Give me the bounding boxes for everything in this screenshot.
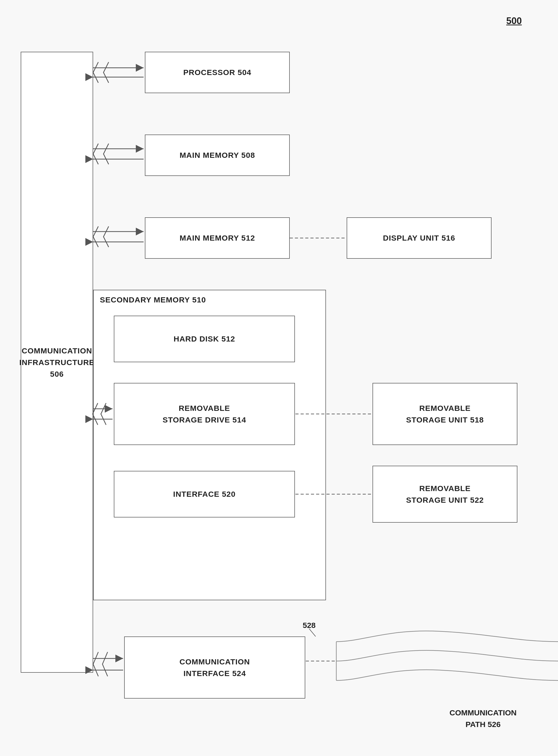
removable-storage-522-box: REMOVABLESTORAGE UNIT 522 (373, 466, 517, 523)
display-unit-box: DISPLAY UNIT 516 (347, 217, 491, 259)
comm-infrastructure-box: COMMUNICATIONINFRASTRUCTURE506 (21, 52, 93, 673)
removable-storage-518-box: REMOVABLESTORAGE UNIT 518 (373, 383, 517, 445)
label-500: 500 (506, 16, 522, 26)
interface-520-box: INTERFACE 520 (114, 471, 295, 518)
removable-storage-drive-box: REMOVABLESTORAGE DRIVE 514 (114, 383, 295, 445)
main-memory-512-box: MAIN MEMORY 512 (145, 217, 290, 259)
comm-interface-524-box: COMMUNICATIONINTERFACE 524 (124, 636, 305, 699)
hard-disk-box: HARD DISK 512 (114, 316, 295, 362)
main-memory-508-box: MAIN MEMORY 508 (145, 134, 290, 176)
label-528: 528 (303, 621, 315, 630)
diagram-container: 500 COMMUNICATIONINFRASTRUCTURE506 PROCE… (0, 0, 558, 756)
comm-path-526-label: COMMUNICATIONPATH 526 (450, 707, 516, 730)
processor-box: PROCESSOR 504 (145, 52, 290, 93)
svg-line-14 (309, 629, 315, 636)
